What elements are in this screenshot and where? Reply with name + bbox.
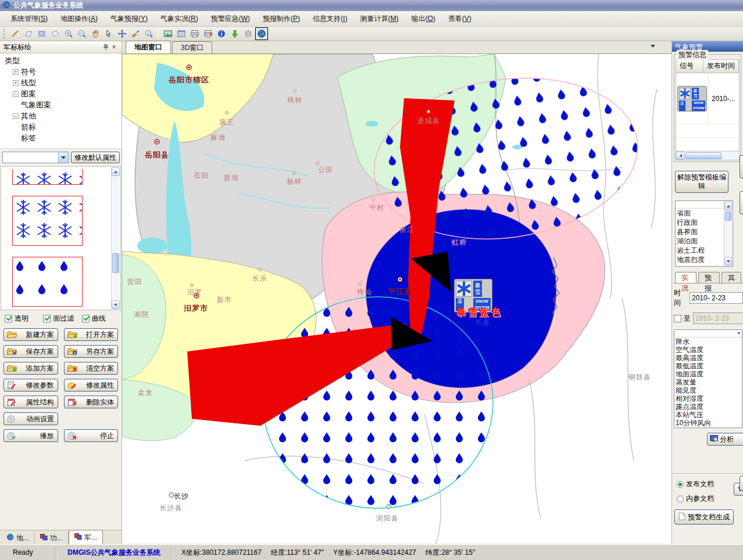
open-plan-button[interactable]: 打开方案 [64,328,119,341]
clear-warning-template-button[interactable]: 解除预警模板编辑 [675,171,728,193]
cut-button[interactable] [740,191,743,214]
element-item[interactable]: 最高温度 [674,354,742,362]
scroll-up-icon[interactable] [112,167,120,176]
menu-item-v[interactable]: 查看(V) [442,12,477,26]
tree-expander-icon[interactable]: + [13,80,19,86]
new-plan-button[interactable]: 新建方案 [3,328,58,341]
info-icon[interactable] [215,27,228,40]
tab-其[interactable]: 其 [721,272,741,283]
stop-button[interactable]: 停止 [64,429,119,442]
legend-window-icon[interactable] [175,27,188,40]
save-plan-button[interactable]: 保存方案 [3,345,58,358]
menu-item-y[interactable]: 气象预报(Y) [105,12,153,26]
checkbox-透明[interactable]: 透明 [5,314,41,324]
tree-item[interactable]: 箭标 [2,121,122,132]
modify-params-button[interactable]: 修改参数 [3,379,58,392]
rain-pattern-swatch[interactable] [12,257,83,307]
menu-item-m[interactable]: 测量计算(M) [354,12,404,26]
element-item[interactable]: 蒸发量 [674,378,742,386]
tree-expander-icon[interactable]: + [13,69,19,75]
rectangle-icon[interactable] [35,27,48,40]
scroll-down-icon[interactable] [724,257,732,265]
attr-structure-button[interactable]: 属性结构 [3,396,58,408]
ellipse-icon[interactable] [49,27,62,40]
select-cursor-icon[interactable] [102,27,115,40]
menu-item-r[interactable]: 气象实况(R) [155,12,204,26]
layer-scrollbar[interactable] [724,202,732,265]
tab-预报[interactable]: 预报 [698,272,720,283]
tree-item[interactable]: +线型 [2,77,122,88]
to-checkbox[interactable] [674,315,681,322]
tab-实况[interactable]: 实况 [675,272,696,283]
add-plan-button[interactable]: 添加方案 [3,362,58,375]
globe-icon[interactable] [255,27,268,40]
print-icon[interactable] [188,27,201,40]
element-item[interactable]: 相对湿度 [674,394,742,403]
pin-icon[interactable] [102,43,110,51]
element-item[interactable]: 最低温度 [674,362,742,370]
element-item[interactable]: 地面温度 [674,370,742,378]
radio-发布文档[interactable]: 发布文档 [677,479,743,489]
element-item[interactable]: 降水 [674,338,742,346]
download-arrow-icon[interactable] [228,27,241,40]
element-item[interactable]: 本站气压 [674,411,742,419]
scroll-down-icon[interactable] [112,300,120,309]
bottom-tab-军[interactable]: 军... [69,530,103,544]
tree-root[interactable]: 类型 [2,55,122,66]
zoom-in-icon[interactable] [62,27,75,40]
tree-item[interactable]: −其他 [2,110,122,121]
menu-item-p[interactable]: 预报制作(P) [257,12,306,26]
zoom-extent-icon[interactable]: ± [142,27,155,40]
zoom-out-icon[interactable] [76,27,88,40]
animation-settings-button[interactable]: 动画设置 [3,412,58,425]
map-canvas[interactable]: 岳阳市辖区岳阳县汨罗市平江县汨罗桃林康王麻塘岳阳新墙公田杨林中村通城县南江虹桥长… [122,54,671,544]
symbol-combobox[interactable] [2,152,69,163]
element-item[interactable]: 能见度 [674,386,742,394]
analyze-button[interactable]: 分析 [707,433,743,446]
scroll-up-icon[interactable] [724,202,732,210]
checkbox-icon[interactable] [5,315,12,322]
radio-icon[interactable] [677,481,684,488]
table-hscrollbar[interactable] [676,151,739,160]
cut-button[interactable] [740,476,743,491]
element-item[interactable]: 露点温度 [674,403,742,411]
tab-3d-window[interactable]: 3D窗口 [172,41,212,53]
tree-expander-icon[interactable]: − [13,91,19,97]
play-button[interactable]: 播放 [3,429,58,442]
menu-item-a[interactable]: 地图操作(A) [55,12,103,26]
menu-item-o[interactable]: 输出(O) [405,12,441,26]
move-icon[interactable] [116,27,128,40]
bottom-tab-功[interactable]: 功... [35,532,69,544]
tree-expander-icon[interactable]: − [13,113,19,119]
tab-list-dropdown-icon[interactable] [651,45,655,48]
element-list-header[interactable] [674,330,742,338]
scroll-left-icon[interactable] [676,152,685,160]
chevron-down-icon[interactable] [58,152,68,163]
line-icon[interactable] [9,27,22,40]
close-icon[interactable]: × [110,43,118,51]
modify-attrs-button[interactable]: 修改属性 [64,379,119,392]
radio-icon[interactable] [677,496,684,502]
element-item[interactable]: 空气温度 [674,346,742,354]
tree-item[interactable]: +符号 [2,66,122,77]
menu-item-w[interactable]: 预警应急(W) [205,12,256,26]
swatch-scrollbar[interactable] [111,167,120,309]
radio-内参文档[interactable]: 内参文档 [677,494,743,504]
menu-item-i[interactable]: 信息支持(I) [307,12,353,26]
to-time-input[interactable] [693,313,743,324]
tree-item[interactable]: 气象图案 [2,99,122,110]
image-icon[interactable] [162,27,174,40]
checkbox-曲线[interactable]: 曲线 [82,314,118,324]
delete-entity-button[interactable]: 删除实体 [64,396,119,408]
settings-gear-icon[interactable] [242,27,255,40]
brush-icon[interactable] [129,27,142,40]
tab-map-window[interactable]: 地图窗口 [126,41,171,53]
menu-item-s[interactable]: 系统管理(S) [5,12,53,26]
table-row[interactable]: 暴雪 蓝 SNOW STORM 2010-... [676,73,739,124]
snow-pattern-swatch[interactable] [12,169,83,185]
saveas-plan-button[interactable]: 另存方案 [64,345,119,358]
modify-default-attrs-button[interactable]: 修改默认属性 [71,152,120,163]
checkbox-icon[interactable] [82,315,90,322]
cut-button[interactable] [740,155,743,178]
pan-hand-icon[interactable] [89,27,102,40]
